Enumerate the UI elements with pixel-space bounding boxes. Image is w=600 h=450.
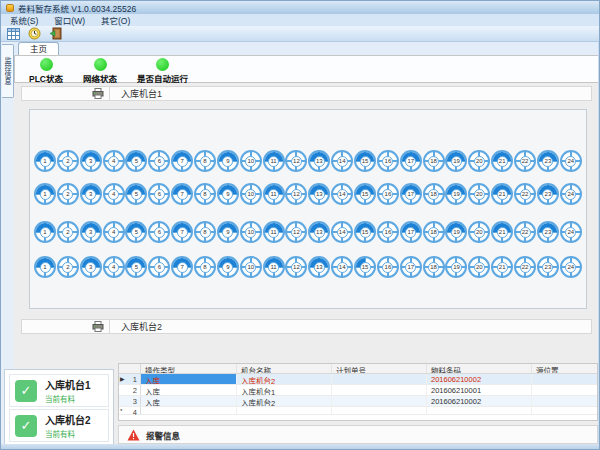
table-header-cell[interactable]: 计划单号	[332, 364, 427, 373]
table-cell[interactable]: 入库机台2	[237, 374, 332, 384]
machine2-print-button[interactable]	[22, 320, 110, 333]
table-cell[interactable]	[532, 407, 598, 414]
reel-slot[interactable]: 3	[80, 256, 102, 278]
clock-icon[interactable]	[27, 27, 41, 40]
reel-slot[interactable]: 6	[148, 183, 170, 205]
reel-slot[interactable]: 24	[560, 256, 582, 278]
table-row[interactable]: 2入库入库机台1201606210001	[119, 385, 597, 396]
reel-slot[interactable]: 15	[354, 256, 376, 278]
table-cell[interactable]: 201606210002	[427, 374, 532, 384]
reel-slot[interactable]: 10	[240, 256, 262, 278]
reel-slot[interactable]: 4	[103, 150, 125, 172]
reel-slot[interactable]: 12	[285, 183, 307, 205]
reel-slot[interactable]: 10	[240, 150, 262, 172]
table-cell[interactable]	[427, 407, 532, 414]
exit-icon[interactable]	[48, 27, 62, 40]
reel-slot[interactable]: 15	[354, 150, 376, 172]
reel-slot[interactable]: 5	[125, 221, 147, 243]
table-cell[interactable]: 入库	[141, 396, 237, 406]
reel-slot[interactable]: 14	[331, 221, 353, 243]
table-cell[interactable]: 入库机台2	[237, 396, 332, 406]
reel-slot[interactable]: 5	[125, 183, 147, 205]
table-cell[interactable]: 201606210002	[427, 396, 532, 406]
reel-slot[interactable]: 13	[308, 221, 330, 243]
reel-slot[interactable]: 17	[400, 150, 422, 172]
table-cell[interactable]	[532, 396, 598, 406]
reel-slot[interactable]: 20	[468, 221, 490, 243]
reel-slot[interactable]: 24	[560, 150, 582, 172]
table-cell[interactable]	[532, 385, 598, 395]
reel-slot[interactable]: 16	[377, 150, 399, 172]
reel-slot[interactable]: 2	[57, 183, 79, 205]
reel-slot[interactable]: 2	[57, 150, 79, 172]
table-cell[interactable]: 入库	[141, 374, 237, 384]
reel-slot[interactable]: 10	[240, 221, 262, 243]
reel-slot[interactable]: 1	[34, 256, 56, 278]
reel-slot[interactable]: 2	[57, 221, 79, 243]
reel-slot[interactable]: 16	[377, 183, 399, 205]
reel-slot[interactable]: 12	[285, 256, 307, 278]
menu-item[interactable]: 系统(S)	[10, 14, 38, 26]
reel-slot[interactable]: 17	[400, 221, 422, 243]
table-cell[interactable]	[332, 407, 427, 414]
reel-slot[interactable]: 7	[171, 221, 193, 243]
reel-slot[interactable]: 15	[354, 221, 376, 243]
reel-slot[interactable]: 7	[171, 150, 193, 172]
reel-slot[interactable]: 9	[217, 183, 239, 205]
reel-slot[interactable]: 18	[423, 183, 445, 205]
reel-slot[interactable]: 13	[308, 256, 330, 278]
tab-home[interactable]: 主页	[18, 42, 59, 55]
reel-slot[interactable]: 13	[308, 183, 330, 205]
reel-slot[interactable]: 6	[148, 150, 170, 172]
table-cell[interactable]	[141, 407, 237, 414]
table-icon[interactable]	[6, 27, 20, 40]
reel-slot[interactable]: 1	[34, 183, 56, 205]
table-header-cell[interactable]: 操作类型	[141, 364, 237, 373]
reel-slot[interactable]: 3	[80, 150, 102, 172]
reel-slot[interactable]: 8	[194, 256, 216, 278]
table-cell[interactable]	[237, 407, 332, 414]
reel-slot[interactable]: 2	[57, 256, 79, 278]
reel-slot[interactable]: 22	[514, 256, 536, 278]
table-cell[interactable]: 201606210001	[427, 385, 532, 395]
reel-slot[interactable]: 17	[400, 256, 422, 278]
reel-slot[interactable]: 22	[514, 150, 536, 172]
reel-slot[interactable]: 22	[514, 221, 536, 243]
reel-slot[interactable]: 21	[491, 221, 513, 243]
reel-slot[interactable]: 14	[331, 150, 353, 172]
reel-slot[interactable]: 6	[148, 256, 170, 278]
reel-slot[interactable]: 9	[217, 221, 239, 243]
reel-slot[interactable]: 8	[194, 183, 216, 205]
table-row[interactable]: ▶1入库入库机台2201606210002	[119, 374, 597, 385]
reel-slot[interactable]: 23	[537, 150, 559, 172]
reel-slot[interactable]: 19	[445, 183, 467, 205]
reel-slot[interactable]: 15	[354, 183, 376, 205]
reel-slot[interactable]: 14	[331, 183, 353, 205]
reel-slot[interactable]: 24	[560, 221, 582, 243]
reel-slot[interactable]: 1	[34, 221, 56, 243]
reel-slot[interactable]: 5	[125, 150, 147, 172]
reel-slot[interactable]: 8	[194, 221, 216, 243]
reel-slot[interactable]: 6	[148, 221, 170, 243]
reel-slot[interactable]: 11	[263, 256, 285, 278]
reel-slot[interactable]: 1	[34, 150, 56, 172]
reel-slot[interactable]: 17	[400, 183, 422, 205]
reel-slot[interactable]: 16	[377, 221, 399, 243]
reel-slot[interactable]: 23	[537, 256, 559, 278]
reel-slot[interactable]: 20	[468, 150, 490, 172]
reel-slot[interactable]: 7	[171, 256, 193, 278]
table-cell[interactable]	[332, 396, 427, 406]
reel-slot[interactable]: 20	[468, 183, 490, 205]
reel-slot[interactable]: 20	[468, 256, 490, 278]
reel-slot[interactable]: 18	[423, 221, 445, 243]
reel-slot[interactable]: 11	[263, 150, 285, 172]
table-cell[interactable]: 入库	[141, 385, 237, 395]
reel-slot[interactable]: 23	[537, 221, 559, 243]
table-cell[interactable]	[532, 374, 598, 384]
reel-slot[interactable]: 9	[217, 256, 239, 278]
reel-slot[interactable]: 4	[103, 221, 125, 243]
table-header-cell[interactable]: 机台名称	[237, 364, 332, 373]
table-header-cell[interactable]: 物料条码	[427, 364, 532, 373]
reel-slot[interactable]: 19	[445, 256, 467, 278]
reel-slot[interactable]: 4	[103, 183, 125, 205]
